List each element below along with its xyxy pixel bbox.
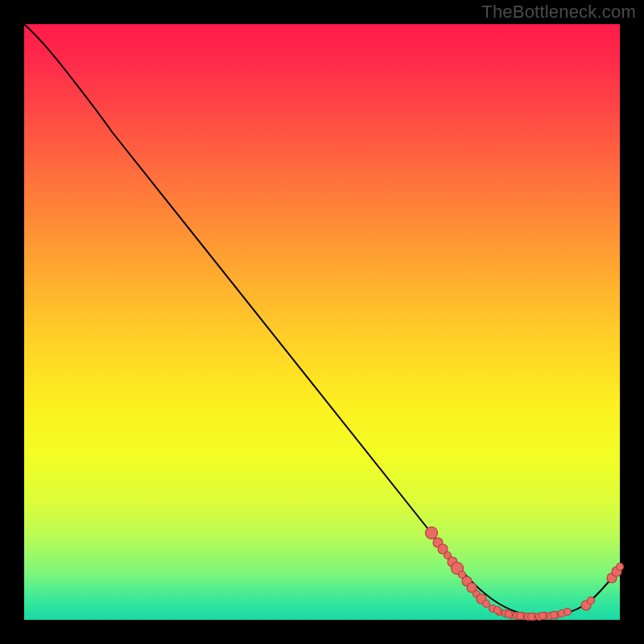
svg-point-11 [483,601,490,608]
chart-frame: TheBottleneck.com [0,0,644,644]
svg-point-25 [564,609,572,616]
chart-overlay [24,24,620,620]
svg-point-30 [539,613,547,620]
svg-point-26 [494,607,502,614]
chart-plot-area [24,24,620,620]
svg-point-0 [426,527,438,539]
scatter-descending [426,527,490,608]
watermark-text: TheBottleneck.com [481,2,636,23]
svg-point-27 [506,611,513,618]
scatter-valley [489,605,572,621]
svg-point-28 [517,613,524,620]
svg-point-33 [588,597,595,605]
svg-point-29 [528,613,535,621]
svg-point-36 [617,564,624,571]
svg-point-31 [551,612,558,619]
scatter-ascending [581,564,624,611]
bottleneck-curve [24,24,620,616]
